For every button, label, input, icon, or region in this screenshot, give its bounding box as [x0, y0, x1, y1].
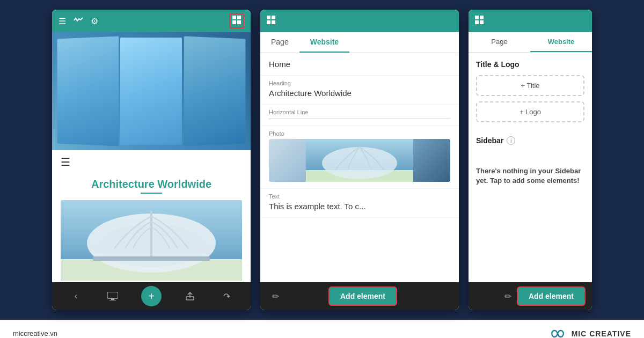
svg-rect-14	[267, 16, 270, 19]
arch-bg-image	[52, 32, 251, 150]
add-element-button-3[interactable]: Add element	[517, 286, 586, 306]
desktop-icon[interactable]	[104, 288, 121, 305]
sidebar-empty-message: There's nothing in your Sidebar yet. Tap…	[476, 166, 584, 186]
footer-logo: MIC CREATIVE	[548, 328, 631, 339]
phone3-bottom-bar: ✏ Add element	[469, 282, 592, 310]
share-icon[interactable]	[181, 288, 199, 305]
svg-point-21	[322, 147, 397, 179]
grid-icon-2[interactable]	[267, 16, 275, 26]
svg-rect-0	[232, 16, 236, 19]
arch-panel-2	[120, 38, 182, 145]
title-underline	[141, 193, 162, 194]
arch-panel-3	[184, 36, 245, 146]
svg-rect-10	[107, 292, 118, 298]
add-button[interactable]: +	[141, 286, 162, 306]
svg-rect-3	[237, 20, 241, 24]
arch-panel-1	[57, 36, 119, 146]
info-icon[interactable]: i	[507, 136, 515, 145]
menu-item-photo[interactable]: Photo	[260, 126, 459, 189]
settings-icon[interactable]: ⚙	[91, 16, 98, 26]
sidebar-section: Sidebar i There's nothing in your Sideba…	[476, 136, 584, 186]
add-element-button[interactable]: Add element	[328, 286, 397, 306]
add-logo-button[interactable]: + Logo	[476, 101, 584, 122]
grid-icon[interactable]	[229, 13, 244, 28]
svg-rect-9	[93, 256, 210, 261]
pencil-icon[interactable]: ✏	[267, 288, 284, 305]
phone-1: ☰ ⚙	[52, 10, 251, 310]
svg-rect-23	[480, 16, 484, 19]
dropdown-menu: Home Heading Architecture Worldwide Hori…	[260, 53, 459, 282]
right-tab-website[interactable]: Website	[530, 32, 592, 52]
menu-photo-preview	[269, 139, 450, 182]
svg-rect-2	[232, 20, 236, 24]
svg-rect-12	[109, 300, 116, 300]
page-photo	[61, 200, 242, 281]
menu-item-heading[interactable]: Heading Architecture Worldwide	[260, 76, 459, 105]
right-tab-page[interactable]: Page	[469, 32, 530, 52]
add-title-button[interactable]: + Title	[476, 75, 584, 96]
phone3-toolbar	[469, 10, 592, 32]
redo-icon[interactable]: ↷	[218, 288, 236, 305]
hamburger-icon[interactable]: ☰	[61, 156, 70, 168]
svg-rect-15	[272, 16, 275, 19]
page-title: Architecture Worldwide	[61, 178, 242, 190]
tab-website[interactable]: Website	[299, 32, 349, 53]
phone2-tab-bar: Page Website	[260, 32, 459, 53]
sidebar-section-title: Sidebar i	[476, 136, 584, 145]
svg-rect-17	[272, 20, 275, 24]
svg-rect-11	[111, 298, 114, 300]
title-logo-section: Title & Logo	[476, 60, 584, 69]
phone2-bottom-bar: ✏ Add element	[260, 282, 459, 310]
horizontal-line	[269, 119, 450, 119]
right-panel-content: Title & Logo + Title + Logo Sidebar i Th…	[469, 53, 592, 282]
page-heading: Architecture Worldwide	[52, 174, 251, 198]
footer: miccreative.vn MIC CREATIVE	[0, 320, 644, 338]
footer-url: miccreative.vn	[13, 329, 57, 337]
pencil-icon-3[interactable]: ✏	[504, 291, 511, 302]
menu-home[interactable]: Home	[260, 53, 459, 76]
footer-brand-name: MIC CREATIVE	[572, 329, 631, 338]
phone1-nav: ☰	[52, 150, 251, 174]
back-button[interactable]: ‹	[67, 288, 84, 305]
mic-creative-logo-icon	[548, 328, 567, 339]
activity-icon[interactable]	[74, 16, 83, 26]
svg-rect-22	[475, 16, 479, 19]
phone-2: Page Website Home Heading Architecture W…	[260, 10, 459, 310]
phone3-tab-bar: Page Website	[469, 32, 592, 53]
phone1-toolbar: ☰ ⚙	[52, 10, 251, 32]
menu-icon[interactable]: ☰	[58, 16, 66, 26]
svg-rect-25	[480, 20, 484, 24]
menu-item-hline[interactable]: Horizontal Line	[260, 105, 459, 126]
tab-page[interactable]: Page	[260, 32, 299, 53]
phone2-toolbar	[260, 10, 459, 32]
menu-item-text[interactable]: Text This is example text. To c...	[260, 189, 459, 218]
phone-3: Page Website Title & Logo + Title + Logo…	[469, 10, 592, 310]
phone1-bottom-bar: ‹ + ↷	[52, 282, 251, 310]
svg-rect-1	[237, 16, 241, 19]
grid-icon-3[interactable]	[475, 16, 484, 26]
phone1-content: ☰ Architecture Worldwide	[52, 32, 251, 282]
svg-rect-16	[267, 20, 270, 24]
svg-rect-24	[475, 20, 479, 24]
